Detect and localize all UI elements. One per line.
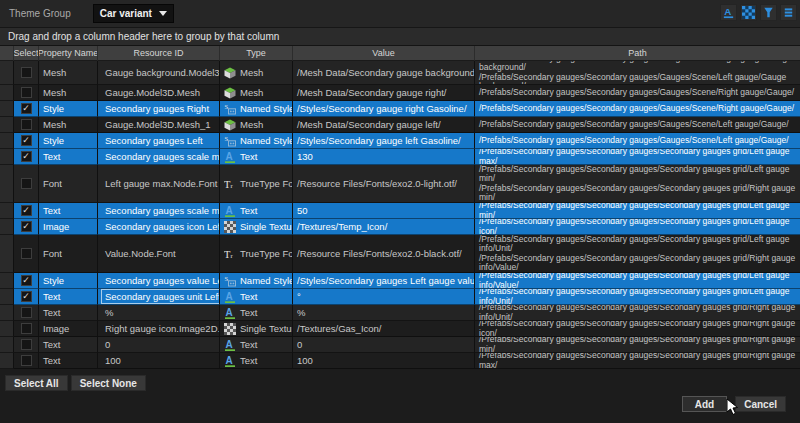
select-cell [14, 133, 39, 149]
resource-id-cell[interactable]: Secondary gauges value Left [98, 273, 220, 289]
menu-icon [782, 6, 795, 19]
row-checkbox[interactable] [21, 275, 32, 286]
resource-id-cell[interactable]: 100 [98, 353, 220, 369]
table-row[interactable]: Style Secondary gauges Left S Named Styl… [0, 133, 800, 149]
select-cell [14, 149, 39, 165]
row-checkbox[interactable] [21, 87, 32, 98]
resource-id-cell[interactable]: Left gauge max.Node.Font [98, 165, 220, 203]
row-gutter [0, 203, 14, 219]
resource-id-cell[interactable]: Secondary gauges scale max Left [98, 149, 220, 165]
svg-text:A: A [226, 151, 233, 162]
value-cell: /Styles/Secondary gauge right Gasoline/ [293, 101, 475, 117]
table-row[interactable]: Text 100 A Text 100 /Prefabs/Secondary g… [0, 353, 800, 369]
table-row[interactable]: Text Secondary gauges scale max Left A T… [0, 149, 800, 165]
select-all-button[interactable]: Select All [5, 375, 68, 391]
type-cell: A Text [220, 353, 293, 369]
row-checkbox[interactable] [21, 291, 32, 302]
row-checkbox[interactable] [21, 151, 32, 162]
table-row[interactable]: Font Value.Node.Font Tr TrueType Font /R… [0, 235, 800, 273]
value-cell: 130 [293, 149, 475, 165]
cancel-button[interactable]: Cancel [735, 396, 786, 412]
row-gutter [0, 273, 14, 289]
resource-id-cell[interactable]: Right gauge icon.Image2D.Image [98, 321, 220, 337]
table-row[interactable]: Text Secondary gauges scale min Left A T… [0, 203, 800, 219]
row-checkbox[interactable] [21, 248, 32, 259]
property-name-cell: Style [39, 133, 98, 149]
row-checkbox[interactable] [21, 221, 32, 232]
column-header-select[interactable]: Select [14, 46, 39, 61]
value-cell: /Styles/Secondary gauges Left gauge valu… [293, 273, 475, 289]
type-label: Named Style [240, 103, 293, 114]
path-cell: /Prefabs/Secondary gauges/Secondary gaug… [475, 235, 800, 273]
select-cell [14, 101, 39, 117]
resource-id-cell[interactable]: Secondary gauges scale min Left [98, 203, 220, 219]
table-row[interactable]: Mesh Gauge.Model3D.Mesh_1 Mesh /Mesh Dat… [0, 117, 800, 133]
path-cell: /Prefabs/Secondary gauges/Secondary gaug… [475, 305, 800, 321]
table-row[interactable]: Text 0 A Text 0 /Prefabs/Secondary gauge… [0, 337, 800, 353]
type-label: Mesh [240, 67, 263, 78]
truetype-font-icon: Tr [224, 248, 236, 260]
resource-id-cell[interactable]: % [98, 305, 220, 321]
table-row[interactable]: Font Left gauge max.Node.Font Tr TrueTyp… [0, 165, 800, 203]
car-variant-dropdown[interactable]: Car variant [93, 4, 174, 23]
table-row[interactable]: Text % A Text % /Prefabs/Secondary gauge… [0, 305, 800, 321]
filter-icon-button[interactable] [760, 4, 777, 21]
table-row[interactable]: Image Secondary gauges icon Left Single … [0, 219, 800, 235]
row-checkbox[interactable] [21, 355, 32, 366]
column-header-resource-id[interactable]: Resource ID [98, 46, 220, 61]
row-checkbox[interactable] [21, 178, 32, 189]
type-label: Mesh [240, 87, 263, 98]
svg-text:S: S [225, 103, 229, 110]
row-checkbox[interactable] [21, 67, 32, 78]
column-header-property-name[interactable]: Property Name [39, 46, 98, 61]
column-header-type[interactable]: Type [220, 46, 293, 61]
row-checkbox[interactable] [21, 119, 32, 130]
path-cell: /Prefabs/Secondary gauges/Secondary gaug… [475, 149, 800, 165]
row-gutter [0, 235, 14, 273]
property-name-cell: Font [39, 235, 98, 273]
type-label: TrueType Font [240, 178, 293, 189]
path-cell: /Prefabs/Secondary gauges/Secondary gaug… [475, 101, 800, 117]
type-cell: A Text [220, 149, 293, 165]
table-row[interactable]: Mesh Gauge.Model3D.Mesh Mesh /Mesh Data/… [0, 85, 800, 101]
row-checkbox[interactable] [21, 307, 32, 318]
value-cell: 100 [293, 353, 475, 369]
property-name-cell: Text [39, 353, 98, 369]
texture-theme-icon-button[interactable] [740, 4, 757, 21]
select-cell [14, 289, 39, 305]
toolbar: Theme Group Car variant A [0, 0, 800, 28]
table-row[interactable]: Text Secondary gauges unit Left A Text °… [0, 289, 800, 305]
font-theme-icon-button[interactable]: A [720, 4, 737, 21]
column-header-path[interactable]: Path [475, 46, 800, 61]
path-cell: /Prefabs/Secondary gauges/Secondary gaug… [475, 321, 800, 337]
table-row[interactable]: Style Secondary gauges value Left S Name… [0, 273, 800, 289]
add-button[interactable]: Add [682, 396, 727, 412]
table-row[interactable]: Image Right gauge icon.Image2D.Image Sin… [0, 321, 800, 337]
resource-id-cell[interactable]: Value.Node.Font [98, 235, 220, 273]
row-checkbox[interactable] [21, 103, 32, 114]
row-checkbox[interactable] [21, 135, 32, 146]
resource-id-cell[interactable]: 0 [98, 337, 220, 353]
resource-id-cell[interactable]: Gauge.Model3D.Mesh [98, 85, 220, 101]
resource-id-cell[interactable]: Secondary gauges Right [98, 101, 220, 117]
resource-id-cell[interactable]: Secondary gauges Left [98, 133, 220, 149]
row-checkbox[interactable] [21, 205, 32, 216]
resource-id-cell[interactable]: Gauge.Model3D.Mesh_1 [98, 117, 220, 133]
row-checkbox[interactable] [21, 323, 32, 334]
group-by-bar[interactable]: Drag and drop a column header here to gr… [0, 28, 800, 46]
property-name-cell: Text [39, 337, 98, 353]
select-cell [14, 61, 39, 85]
truetype-font-icon: Tr [224, 178, 236, 190]
resource-id-cell[interactable]: Gauge background.Model3D.Mesh [98, 61, 220, 85]
footer-right: Add Cancel [682, 396, 786, 412]
resource-id-cell[interactable]: Secondary gauges unit Left [98, 289, 220, 305]
table-row[interactable]: Style Secondary gauges Right S Named Sty… [0, 101, 800, 117]
row-checkbox[interactable] [21, 339, 32, 350]
select-none-button[interactable]: Select None [71, 375, 146, 391]
table-row[interactable]: Mesh Gauge background.Model3D.Mesh Mesh … [0, 61, 800, 85]
column-header-value[interactable]: Value [293, 46, 475, 61]
menu-icon-button[interactable] [780, 4, 797, 21]
type-label: Text [240, 339, 257, 350]
resource-id-cell[interactable]: Secondary gauges icon Left [98, 219, 220, 235]
path-cell: /Prefabs/Secondary gauges/Secondary gaug… [475, 219, 800, 235]
